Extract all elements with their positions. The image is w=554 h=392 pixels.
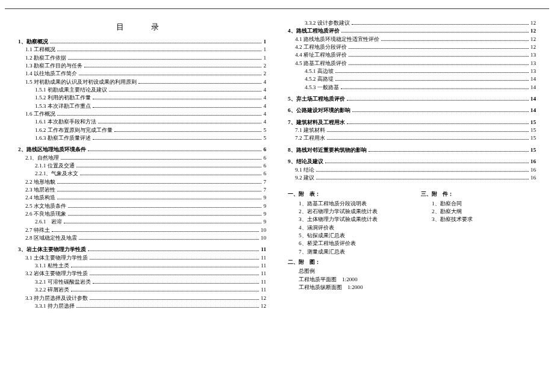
appendix-a-heading: 一、附 表： xyxy=(288,190,403,198)
toc-entry: 2.2.1、气象及水文6 xyxy=(18,170,266,178)
toc-entry-label: 4.2 工程地质分段评价 xyxy=(295,43,347,51)
toc-leader-dots xyxy=(52,231,259,232)
toc-leader-dots xyxy=(71,266,259,267)
toc-entry: 1、勘察概况1 xyxy=(18,38,266,46)
toc-entry-label: 4.5.2 高路堤 xyxy=(305,75,334,83)
toc-page-number: 5 xyxy=(263,126,266,134)
toc-entry-label: 1.5.2 利用的初勘工作量 xyxy=(35,94,91,102)
toc-page-number: 12 xyxy=(531,36,536,43)
toc-page-number: 5 xyxy=(263,134,266,142)
toc-entry-label: 1.6.1 本次勘察手段和方法 xyxy=(35,118,96,126)
toc-page-number: 12 xyxy=(531,19,536,27)
toc-leader-dots xyxy=(90,274,259,275)
toc-entry: 3.3 持力层选择及设计参数12 xyxy=(18,294,266,302)
toc-leader-dots xyxy=(138,82,262,84)
toc-entry: 2.1.1 位置及交通6 xyxy=(18,162,266,170)
appendix-item: 6、桥梁工程地质评价表 xyxy=(288,240,403,247)
toc-leader-dots xyxy=(93,138,262,140)
toc-leader-dots xyxy=(84,66,262,67)
toc-page-number: 10 xyxy=(261,226,266,234)
toc-entry-label: 4、路线工程地质评价 xyxy=(288,27,340,35)
toc-entry-label: 2.6 不良地质现象 xyxy=(25,210,66,218)
appendix-item: 工程地质平面图 1:2000 xyxy=(288,276,403,284)
toc-entry-label: 4.5 路基工程地质评价 xyxy=(295,60,347,67)
toc-entry: 4.5.2 高路堤14 xyxy=(288,75,536,83)
left-column: 目 录 1、勘察概况11.1 工程概况11.2 勘察工作依据11.3 勘察工作目… xyxy=(18,19,266,310)
toc-entry: 4.4 桥址工程地质评价13 xyxy=(288,51,536,59)
toc-leader-dots xyxy=(316,170,529,172)
toc-entry: 2.6 不良地质现象9 xyxy=(18,210,266,218)
toc-entry-label: 2.4 地质构造 xyxy=(25,194,55,202)
toc-title: 目 录 xyxy=(18,22,266,33)
toc-entry-label: 2.6.1 岩溶 xyxy=(35,218,62,226)
toc-entry-label: 1.3 勘察工作目的与任务 xyxy=(25,62,82,70)
toc-entry: 9.1 结论16 xyxy=(288,166,536,174)
toc-page-number: 1 xyxy=(263,54,266,62)
toc-entry: 4.5 路基工程地质评价13 xyxy=(288,60,536,67)
toc-leader-dots xyxy=(316,178,529,179)
toc-leader-dots xyxy=(76,166,262,167)
toc-page-number: 11 xyxy=(261,254,266,262)
appendix-block: 一、附 表： 1、路基工程地质分段说明表2、岩石物理力学试验成果统计表3、土体物… xyxy=(288,190,536,291)
toc-entry-label: 3.3 持力层选择及设计参数 xyxy=(25,294,88,302)
toc-leader-dots xyxy=(90,299,259,300)
toc-entry: 1.5.2 利用的初勘工作量4 xyxy=(18,94,266,102)
toc-entry: 2.6.1 岩溶9 xyxy=(18,218,266,226)
toc-entry-label: 2.1、自然地理 xyxy=(25,154,59,162)
toc-leader-dots xyxy=(71,290,259,291)
toc-leader-dots xyxy=(341,88,529,89)
toc-page-number: 6 xyxy=(263,154,266,162)
appendix-c-heading: 二、附 图： xyxy=(288,258,403,266)
toc-page-number: 14 xyxy=(531,95,536,103)
appendix-item: 2、勘察大纲 xyxy=(421,208,536,216)
toc-entry-label: 9、结论及建议 xyxy=(288,158,323,166)
toc-page-number: 7 xyxy=(263,178,266,186)
appendix-item: 4、涵洞评价表 xyxy=(288,224,403,232)
toc-entry: 1.2 勘察工作依据1 xyxy=(18,54,266,62)
toc-entry-label: 7、建筑材料及工程用水 xyxy=(288,119,345,126)
toc-entry: 1.4 以往地质工作简介2 xyxy=(18,70,266,78)
toc-page-number: 13 xyxy=(531,51,536,59)
toc-leader-dots xyxy=(61,158,261,160)
toc-leader-dots xyxy=(90,258,259,260)
toc-leader-dots xyxy=(93,98,262,99)
toc-entry-label: 1.5.1 初勘成果主要结论及建议 xyxy=(35,86,107,94)
appendix-item: 5、钻探成果汇总表 xyxy=(288,232,403,240)
toc-entry-label: 2.7 特殊土 xyxy=(25,226,50,234)
toc-page-number: 4 xyxy=(263,86,266,94)
appendix-item: 工程地质纵断面图 1:2000 xyxy=(288,284,403,291)
toc-entry: 2.4 地质构造9 xyxy=(18,194,266,202)
toc-leader-dots xyxy=(88,150,262,151)
appendix-b-heading: 三、附 件： xyxy=(421,190,536,198)
appendix-item: 7、测量成果汇总表 xyxy=(288,248,403,256)
toc-entry-label: 3.2.1 可溶性碳酸盐岩类 xyxy=(35,278,91,286)
toc-page-number: 9 xyxy=(263,202,266,210)
toc-entry-label: 3.2 岩体主要物理力学性质 xyxy=(25,270,88,278)
toc-entry-label: 3.1 土体主要物理力学性质 xyxy=(25,254,88,262)
toc-entry: 5、弃土场工程地质评价14 xyxy=(288,95,536,103)
toc-entry: 2.1、自然地理6 xyxy=(18,154,266,162)
toc-entry-label: 3.1.1 粘性土类 xyxy=(35,262,69,270)
toc-entry-label: 5、弃土场工程地质评价 xyxy=(288,95,345,103)
toc-entry: 3.3.2 设计参数建议12 xyxy=(288,19,536,27)
toc-entry: 4.1 路线地质环境稳定性适宜性评价12 xyxy=(288,36,536,43)
toc-entry-label: 1.2 勘察工作依据 xyxy=(25,54,66,62)
toc-leader-dots xyxy=(341,31,529,33)
toc-entry: 2.8 区域稳定性及地震10 xyxy=(18,234,266,242)
toc-entry-label: 3.3.2 设计参数建议 xyxy=(305,19,350,27)
toc-page-number: 12 xyxy=(531,43,536,51)
toc-leader-dots xyxy=(349,64,529,65)
toc-page-number: 7 xyxy=(263,186,266,194)
toc-page-number: 4 xyxy=(263,118,266,126)
toc-leader-dots xyxy=(98,122,262,123)
two-column-layout: 目 录 1、勘察概况11.1 工程概况11.2 勘察工作依据11.3 勘察工作目… xyxy=(18,19,536,310)
toc-entry: 1.5 对初勘成果的认识及对初设成果的利用原则4 xyxy=(18,78,266,86)
appendix-item: 2、岩石物理力学试验成果统计表 xyxy=(288,208,403,216)
toc-entry: 6、公路建设对环境的影响14 xyxy=(288,107,536,114)
toc-entry: 4.5.1 高边坡13 xyxy=(288,67,536,75)
toc-entry-label: 2.5 水文地质条件 xyxy=(25,202,66,210)
toc-entry-label: 2.2 地形地貌 xyxy=(25,178,55,186)
toc-page-number: 15 xyxy=(531,146,536,154)
toc-entry-label: 3.3.1 持力层选择 xyxy=(35,302,75,310)
toc-entry: 1.5.1 初勘成果主要结论及建议4 xyxy=(18,86,266,94)
